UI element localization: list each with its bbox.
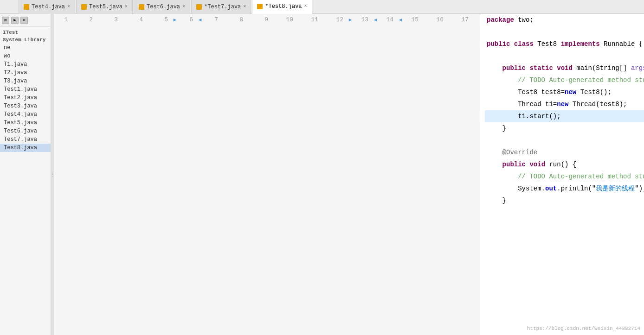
tab-close-test6[interactable]: × xyxy=(182,4,185,9)
code-token-15-4: "); xyxy=(635,183,644,195)
code-token-14-0: // TODO Auto-generated method stub xyxy=(487,171,644,183)
code-token-10-0: } xyxy=(487,122,506,134)
code-line-17 xyxy=(485,207,644,219)
tab-test7[interactable]: *Test7.java × xyxy=(191,0,251,14)
code-line-15: System.out.println("我是新的线程"); xyxy=(485,183,644,195)
tab-icon-test8 xyxy=(257,4,263,9)
code-line-5: public static void main(String[] args) { xyxy=(485,62,644,74)
tab-test8[interactable]: *Test8.java × xyxy=(252,0,312,14)
code-container: 12345▶6◀789101112▶13◀14◀151617 package t… xyxy=(54,14,644,335)
sidebar-toolbar: ⊞ ▶ ⚙ xyxy=(0,14,51,27)
gutter-marker-13: ◀ xyxy=(371,14,380,26)
code-token-13-3: void xyxy=(529,158,545,171)
code-token-13-4: run() { xyxy=(545,158,576,171)
code-line-16: } xyxy=(485,195,644,207)
line-number-10: 10 xyxy=(279,14,296,26)
code-token-3-0: public xyxy=(487,38,510,50)
tab-label-test7: *Test7.java xyxy=(204,4,241,10)
code-token-3-1: class xyxy=(510,38,537,50)
code-token-5-7: args xyxy=(631,62,644,74)
code-token-3-4: Runnable { xyxy=(600,38,643,50)
sidebar: ⊞ ▶ ⚙ ITest System Library ne wo T1.java… xyxy=(0,14,51,335)
code-line-1: package two; xyxy=(485,14,644,26)
code-token-6-0: // TODO Auto-generated method stub xyxy=(487,74,644,86)
line-number-1: 1 xyxy=(54,14,71,26)
code-token-15-1: out xyxy=(545,183,557,195)
main-area: ⊞ ▶ ⚙ ITest System Library ne wo T1.java… xyxy=(0,14,644,335)
code-token-13-1: public xyxy=(502,158,526,171)
sidebar-item-test6[interactable]: Test6.java xyxy=(0,127,51,135)
code-token-5-0 xyxy=(487,62,502,74)
tab-test6[interactable]: Test6.java × xyxy=(134,0,190,14)
sidebar-btn-2[interactable]: ▶ xyxy=(11,17,19,24)
tab-close-test7[interactable]: × xyxy=(243,4,246,9)
line-number-column: 12345▶6◀789101112▶13◀14◀151617 xyxy=(54,14,480,335)
gutter-marker-5: ▶ xyxy=(171,14,179,26)
code-token-8-0: Thread t1= xyxy=(487,98,557,110)
code-line-13: public void run() { xyxy=(485,158,644,171)
line-number-9: 9 xyxy=(254,14,271,26)
sidebar-item-t2[interactable]: T2.java xyxy=(0,69,51,77)
sidebar-btn-1[interactable]: ⊞ xyxy=(2,17,9,24)
line-number-4: 4 xyxy=(129,14,146,26)
code-line-12: @Override xyxy=(485,146,644,158)
code-token-15-3: 我是新的线程 xyxy=(596,183,635,195)
code-token-8-1: new xyxy=(557,98,568,110)
sidebar-btn-3[interactable]: ⚙ xyxy=(20,17,28,24)
code-token-5-6: main(String[] xyxy=(573,62,631,74)
code-token-5-2 xyxy=(526,62,529,74)
code-line-4 xyxy=(485,50,644,62)
tab-close-test5[interactable]: × xyxy=(125,4,128,9)
code-token-9-0: t1.start(); xyxy=(487,110,561,122)
code-line-9: t1.start(); xyxy=(485,110,644,122)
tab-icon-test7 xyxy=(196,4,202,10)
line-number-8: 8 xyxy=(229,14,246,26)
tab-test4[interactable]: Test4.java × xyxy=(19,0,75,14)
sidebar-item-test2[interactable]: Test2.java xyxy=(0,94,51,102)
code-token-3-2: Test8 xyxy=(537,38,557,50)
gutter-marker-12: ▶ xyxy=(346,14,354,26)
code-token-7-0: Test8 test8= xyxy=(487,86,565,98)
line-number-14: 14 xyxy=(380,14,396,26)
sidebar-tree: ITest System Library ne wo T1.java T2.ja… xyxy=(0,27,51,335)
sidebar-item-test4[interactable]: Test4.java xyxy=(0,110,51,119)
code-line-10: } xyxy=(485,122,644,134)
code-token-8-2: Thread(test8); xyxy=(568,98,627,110)
code-token-1-0: package xyxy=(487,14,514,26)
sidebar-item-wo[interactable]: wo xyxy=(0,52,51,60)
code-token-7-2: Test8(); xyxy=(576,86,612,98)
sidebar-item-t3[interactable]: T3.java xyxy=(0,77,51,85)
sidebar-item-test8[interactable]: Test8.java xyxy=(0,144,51,152)
tab-test5[interactable]: Test5.java × xyxy=(76,0,133,14)
gutter-marker-6: ◀ xyxy=(196,14,204,26)
code-line-8: Thread t1=new Thread(test8); xyxy=(485,98,644,110)
sidebar-item-ne[interactable]: ne xyxy=(0,44,51,52)
line-number-11: 11 xyxy=(304,14,321,26)
code-token-5-3: static xyxy=(529,62,553,74)
code-lines[interactable]: package two; public class Test8 implemen… xyxy=(480,14,644,335)
sidebar-item-test1[interactable]: Test1.java xyxy=(0,85,51,94)
code-token-5-5: void xyxy=(557,62,573,74)
line-number-13: 13 xyxy=(354,14,371,26)
code-token-5-4 xyxy=(553,62,557,74)
sidebar-item-test5[interactable]: Test5.java xyxy=(0,119,51,127)
tab-label-test8: *Test8.java xyxy=(265,3,302,10)
line-number-3: 3 xyxy=(104,14,121,26)
sidebar-item-t1[interactable]: T1.java xyxy=(0,60,51,69)
tab-close-test8[interactable]: × xyxy=(304,4,307,9)
tab-close-test4[interactable]: × xyxy=(67,4,70,9)
sidebar-item-test3[interactable]: Test3.java xyxy=(0,102,51,110)
line-number-12: 12 xyxy=(329,14,346,26)
tab-label-test4: Test4.java xyxy=(32,4,65,10)
watermark: https://blog.csdn.net/weixin_44882714 xyxy=(527,326,640,331)
editor-area[interactable]: 12345▶6◀789101112▶13◀14◀151617 package t… xyxy=(54,14,644,335)
code-token-5-1: public xyxy=(502,62,526,74)
sidebar-item-test7[interactable]: Test7.java xyxy=(0,135,51,144)
tab-icon-test6 xyxy=(139,4,144,10)
tab-icon-test5 xyxy=(81,4,87,10)
code-token-13-2 xyxy=(526,158,529,171)
code-token-13-0 xyxy=(487,158,502,171)
line-number-7: 7 xyxy=(204,14,221,26)
code-line-7: Test8 test8=new Test8(); xyxy=(485,86,644,98)
code-token-15-0: System. xyxy=(487,183,545,195)
